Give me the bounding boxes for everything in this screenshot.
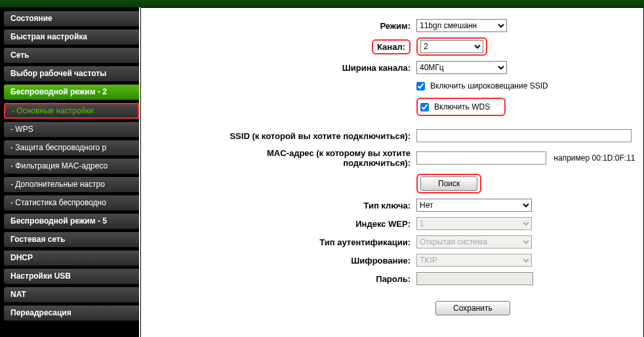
sidebar-item-advanced-settings[interactable]: - Дополнительные настро <box>4 177 139 192</box>
password-input <box>416 272 533 285</box>
sidebar-item-guest-network[interactable]: Гостевая сеть <box>4 232 139 247</box>
label-channel: Канал: <box>377 42 405 52</box>
highlight-enable-wds: Включить WDS <box>416 98 506 116</box>
enable-wds-checkbox[interactable] <box>420 103 429 111</box>
encryption-select: TKIP <box>416 254 532 267</box>
mac-input[interactable] <box>416 151 546 165</box>
top-bar <box>0 0 644 7</box>
sidebar-item-network[interactable]: Сеть <box>4 48 139 63</box>
label-wep-index: Индекс WEP: <box>355 219 411 229</box>
sidebar-item-status[interactable]: Состояние <box>4 11 139 26</box>
sidebar-item-wireless-stats[interactable]: - Статистика беспроводно <box>4 195 139 210</box>
enable-ssid-broadcast-checkbox[interactable] <box>416 82 425 90</box>
sidebar-item-forwarding[interactable]: Переадресация <box>4 306 139 321</box>
sidebar-item-wps[interactable]: - WPS <box>4 122 139 137</box>
label-enable-wds: Включить WDS <box>434 102 490 111</box>
key-type-select[interactable]: Нет <box>416 199 532 212</box>
save-button[interactable]: Сохранить <box>435 301 510 315</box>
auth-type-select: Открытая система <box>416 235 532 248</box>
channel-select[interactable]: 2 <box>420 40 483 53</box>
sidebar-item-basic-settings[interactable]: - Основные настройки <box>4 103 139 119</box>
highlight-channel-label: Канал: <box>372 39 411 54</box>
sidebar-item-quick-setup[interactable]: Быстрая настройка <box>4 30 139 45</box>
label-channel-width: Ширина канала: <box>342 63 411 73</box>
label-ssid: SSID (к которой вы хотите подключиться): <box>230 131 411 141</box>
sidebar-item-wireless-security[interactable]: - Защита беспроводного р <box>4 140 139 155</box>
label-key-type: Тип ключа: <box>363 201 411 210</box>
search-button[interactable]: Поиск <box>420 176 477 191</box>
sidebar-item-mac-filter[interactable]: - Фильтрация MAC-адресо <box>4 159 139 174</box>
label-enable-ssid-broadcast: Включить широковещание SSID <box>430 81 548 90</box>
highlight-channel-field: 2 <box>416 37 487 56</box>
mac-hint: например 00:1D:0F:11 <box>553 153 635 163</box>
highlight-search-button: Поиск <box>416 174 481 193</box>
channel-width-select[interactable]: 40МГц <box>416 61 507 74</box>
label-mode: Режим: <box>380 21 411 31</box>
main-frame: Режим: 11bgn смешанн Канал: <box>140 7 644 337</box>
sidebar-item-usb-settings[interactable]: Настройки USB <box>4 269 139 284</box>
label-mac-line1: MAC-адрес (к которому вы хотите <box>267 148 411 158</box>
sidebar: Состояние Быстрая настройка Сеть Выбор р… <box>0 7 139 337</box>
label-mac-line2: подключиться): <box>343 158 411 168</box>
wep-index-select: 1 <box>416 217 532 230</box>
sidebar-item-band-select[interactable]: Выбор рабочей частоты <box>4 66 139 81</box>
label-auth-type: Тип аутентификации: <box>319 237 411 247</box>
mode-select[interactable]: 11bgn смешанн <box>416 19 507 32</box>
sidebar-item-dhcp[interactable]: DHCP <box>4 250 139 266</box>
label-password: Пароль: <box>376 274 411 284</box>
sidebar-item-wireless-5g[interactable]: Беспроводной режим - 5 <box>4 214 139 229</box>
label-encryption: Шифрование: <box>351 256 411 266</box>
sidebar-item-nat[interactable]: NAT <box>4 287 139 302</box>
ssid-input[interactable] <box>416 129 632 142</box>
sidebar-item-wireless-2g[interactable]: Беспроводной режим - 2 <box>4 85 139 100</box>
